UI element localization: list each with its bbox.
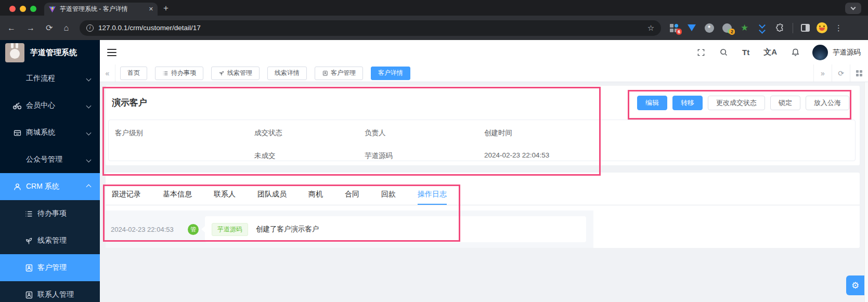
extension-grid-icon[interactable]: 6	[669, 23, 679, 33]
sidebar-item-contact[interactable]: 联系人管理	[0, 281, 100, 302]
url-text[interactable]: 127.0.0.1/crm/customer/detail/17	[98, 24, 643, 32]
tags-scroll-left-icon[interactable]: «	[100, 64, 115, 82]
reload-icon[interactable]: ⟳	[46, 23, 53, 33]
chevron-down-icon	[86, 157, 92, 162]
tag-label: 线索详情	[275, 69, 300, 77]
extension-circle-icon[interactable]: *	[704, 23, 714, 33]
tab-search-button[interactable]	[845, 3, 861, 14]
extension-star-icon[interactable]: ★	[740, 23, 749, 33]
star-glyph: ★	[741, 23, 748, 32]
sidebar-item-label: 客户管理	[37, 263, 67, 272]
tab-follow-records[interactable]: 跟进记录	[112, 190, 141, 205]
profile-avatar[interactable]	[817, 22, 827, 33]
tags-menu-icon[interactable]	[850, 64, 868, 82]
sidebar-item-todo[interactable]: 待办事项	[0, 200, 100, 227]
minimize-window-button[interactable]	[20, 6, 26, 12]
fullscreen-icon[interactable]	[697, 48, 705, 57]
contact-book-icon	[322, 70, 328, 76]
sidebar-item-label: 商城系统	[26, 128, 55, 137]
screen: 芋道管理系统 - 客户详情 ✕ + ← → ⟳ ⌂ i 127.0.0.1/cr…	[0, 0, 868, 302]
action-buttons: 编辑 转移 更改成交状态 锁定 放入公海	[637, 96, 849, 110]
site-info-icon[interactable]: i	[86, 24, 94, 32]
forward-icon[interactable]: →	[27, 23, 35, 33]
extensions-puzzle-icon[interactable]	[775, 23, 785, 33]
sidebar-item-label: 线索管理	[37, 236, 67, 245]
sidebar-item-member-center[interactable]: 会员中心	[0, 92, 100, 119]
browser-toolbar: ← → ⟳ ⌂ i 127.0.0.1/crm/customer/detail/…	[0, 16, 868, 40]
zoom-window-button[interactable]	[30, 6, 36, 12]
move-to-pool-button[interactable]: 放入公海	[806, 96, 849, 110]
collapse-menu-icon[interactable]	[107, 49, 116, 56]
tab-close-icon[interactable]: ✕	[149, 6, 153, 12]
change-deal-status-button[interactable]: 更改成交状态	[708, 96, 765, 110]
field-value: 2024-02-23 22:04:53	[484, 151, 855, 161]
browser-menu-icon[interactable]: ⋮	[835, 23, 843, 33]
brand-title: 芋道管理系统	[30, 48, 77, 58]
detail-tabs: 跟进记录 基本信息 联系人 团队成员 商机 合同 回款 操作日志	[106, 173, 860, 205]
sidebar-item-official-account[interactable]: 公众号管理	[0, 146, 100, 173]
home-icon[interactable]: ⌂	[63, 23, 69, 33]
brand-logo-rabbit	[5, 43, 24, 62]
tab-basic-info[interactable]: 基本信息	[163, 190, 192, 205]
tab-operation-log[interactable]: 操作日志	[418, 190, 447, 205]
split-screen-icon[interactable]	[801, 24, 810, 32]
log-timestamp: 2024-02-23 22:04:53	[111, 226, 185, 233]
font-size-icon[interactable]: Tt	[742, 48, 749, 57]
search-icon[interactable]	[719, 48, 728, 57]
tab-receivables[interactable]: 回款	[381, 190, 396, 205]
transfer-button[interactable]: 转移	[672, 96, 703, 110]
address-bar[interactable]: i 127.0.0.1/crm/customer/detail/17 ☆	[80, 20, 661, 36]
browser-chrome: 芋道管理系统 - 客户详情 ✕ + ← → ⟳ ⌂ i 127.0.0.1/cr…	[0, 0, 868, 40]
sidebar-item-crm[interactable]: CRM 系统	[0, 173, 100, 200]
sidebar: 芋道管理系统 工作流程 会员中心 商城系统 公众号管理	[0, 40, 100, 302]
customer-name: 演示客户	[112, 97, 147, 109]
main-content: 演示客户 编辑 转移 更改成交状态 锁定 放入公海 客户级别 成交状态 负责人 …	[100, 82, 868, 302]
customer-header-row: 演示客户 编辑 转移 更改成交状态 锁定 放入公海	[106, 86, 860, 120]
tag-todo[interactable]: 待办事项	[155, 67, 203, 80]
user-avatar[interactable]	[812, 45, 828, 60]
sidebar-item-clue[interactable]: 线索管理	[0, 227, 100, 254]
tab-team-members[interactable]: 团队成员	[257, 190, 287, 205]
tag-home[interactable]: 首页	[120, 67, 147, 80]
window-controls	[9, 6, 36, 12]
favicon-vite-icon	[48, 5, 56, 13]
tags-scroll-right-icon[interactable]: »	[813, 64, 832, 82]
translate-icon[interactable]: 文A	[763, 47, 777, 57]
extension-account-icon[interactable]: 2	[722, 23, 732, 33]
sidebar-item-mall[interactable]: 商城系统	[0, 119, 100, 146]
bookmark-star-icon[interactable]: ☆	[647, 23, 654, 33]
log-entry-row: 2024-02-23 22:04:53 管 芋道源码 创建了客户演示客户	[106, 211, 593, 248]
tag-clue-detail[interactable]: 线索详情	[267, 67, 307, 80]
tab-contracts[interactable]: 合同	[345, 190, 359, 205]
scrollbar-track[interactable]	[864, 82, 868, 302]
extension-layers-icon[interactable]	[757, 23, 767, 33]
lock-button[interactable]: 锁定	[770, 96, 800, 110]
field-label: 创建时间	[484, 128, 855, 138]
chevron-down-icon	[851, 5, 856, 10]
chevron-down-icon	[86, 130, 92, 135]
app-header: Tt 文A 芋道源码	[100, 40, 868, 64]
new-tab-button[interactable]: +	[163, 2, 169, 15]
extension-gem-icon[interactable]	[686, 23, 696, 33]
tag-clue[interactable]: 线索管理	[211, 67, 260, 80]
tab-contacts[interactable]: 联系人	[214, 190, 236, 205]
tag-customer[interactable]: 客户管理	[315, 67, 363, 80]
sidebar-item-customer[interactable]: 客户管理	[0, 254, 100, 281]
gem-glyph	[688, 24, 696, 31]
settings-drawer-button[interactable]: ⚙	[846, 275, 864, 295]
sidebar-item-label: 公众号管理	[26, 155, 62, 164]
sidebar-menu: 工作流程 会员中心 商城系统 公众号管理 CRM	[0, 65, 100, 302]
close-window-button[interactable]	[9, 6, 16, 12]
tab-business[interactable]: 商机	[308, 190, 323, 205]
sidebar-item-workflow[interactable]: 工作流程	[0, 65, 100, 92]
edit-button[interactable]: 编辑	[637, 96, 667, 110]
field-label: 负责人	[365, 128, 484, 138]
field-label: 成交状态	[254, 128, 365, 138]
bell-icon[interactable]	[791, 48, 800, 57]
browser-tab[interactable]: 芋道管理系统 - 客户详情 ✕	[44, 3, 158, 16]
tags-refresh-icon[interactable]: ⟳	[832, 64, 850, 82]
admin-badge: 管	[188, 224, 199, 235]
browser-tabstrip: 芋道管理系统 - 客户详情 ✕ +	[0, 0, 868, 16]
tag-customer-detail[interactable]: 客户详情	[371, 67, 410, 80]
back-icon[interactable]: ←	[7, 23, 16, 33]
